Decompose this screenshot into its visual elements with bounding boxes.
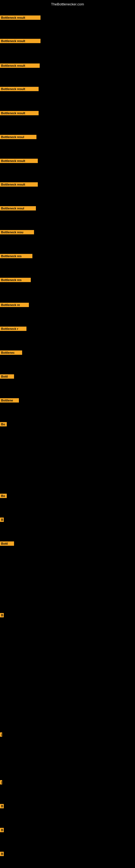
bottleneck-badge: B — [0, 804, 4, 808]
bottleneck-badge: Bottleneck result — [0, 182, 38, 187]
bottleneck-badge: Bottleneck resu — [0, 230, 34, 235]
bottleneck-badge: | — [0, 780, 2, 784]
bottleneck-badge: Bottleneck r — [0, 327, 27, 331]
bottleneck-badge: B — [0, 518, 4, 522]
bottleneck-badge: Bottleneck result — [0, 39, 41, 43]
bottleneck-badge: Bottlene — [0, 398, 19, 403]
bottleneck-badge: Bottleneck res — [0, 254, 32, 258]
bottleneck-badge: B — [0, 828, 4, 832]
bottleneck-badge: Bottleneck resul — [0, 135, 37, 139]
bottleneck-badge: Bottl — [0, 374, 14, 379]
bottleneck-badge: Bo — [0, 422, 7, 426]
bottleneck-badge: Bottleneck result — [0, 111, 39, 115]
bottleneck-badge: Bottleneck result — [0, 16, 41, 20]
bottleneck-badge: Bottleneck result — [0, 63, 40, 68]
bottleneck-badge: B — [0, 852, 4, 856]
bottleneck-badge: Bottlenec — [0, 350, 22, 355]
bottleneck-badge: Bottleneck re — [0, 303, 29, 307]
bottleneck-badge: Bottleneck result — [0, 159, 38, 163]
bottleneck-badge: Bottleneck result — [0, 87, 39, 91]
bottleneck-badge: Bottl — [0, 541, 14, 546]
bottleneck-badge: Bottleneck res — [0, 278, 31, 282]
site-title: TheBottlenecker.com — [51, 2, 84, 6]
bottleneck-badge: Bottleneck resul — [0, 206, 36, 211]
bottleneck-badge: | — [0, 733, 2, 737]
bottleneck-badge: B — [0, 613, 4, 617]
bottleneck-badge: Bo — [0, 494, 7, 498]
